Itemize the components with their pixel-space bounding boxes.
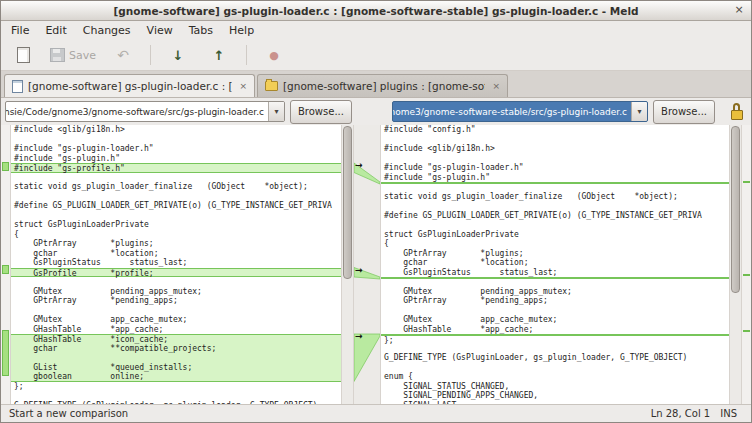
code-line: #include "gs-plugin-loader.h": [11, 144, 341, 154]
right-code-pane[interactable]: #include "config.h"#include <glib/gi18n.…: [381, 125, 729, 404]
code-line: [11, 135, 341, 145]
code-line: GsPluginStatus status_last;: [11, 258, 341, 268]
insert-mode-indicator: INS: [720, 408, 737, 419]
right-file-combobox[interactable]: hsie/Code/gnome3/gnome-software-stable/s…: [392, 101, 648, 122]
code-line: GHashTable *app_cache;: [381, 325, 729, 335]
code-line: [381, 277, 729, 287]
meld-window: [gnome-software] gs-plugin-loader.c : [g…: [0, 0, 752, 423]
chevron-down-icon[interactable]: ▾: [631, 102, 647, 121]
diffmap-mark[interactable]: [2, 265, 9, 274]
code-line: GHashTable *icon_cache;: [11, 334, 341, 344]
code-line: GsProfile *profile;: [11, 268, 341, 278]
right-scrollbar[interactable]: [729, 125, 741, 404]
save-label: Save: [69, 49, 96, 62]
arrow-up-icon: ↑: [214, 49, 225, 62]
left-diffmap[interactable]: [1, 125, 11, 404]
menubar: File Edit Changes View Tabs Help: [1, 21, 751, 40]
window-title: [gnome-software] gs-plugin-loader.c : [g…: [113, 5, 638, 17]
diffmap-mark[interactable]: [2, 162, 9, 171]
diffmap-mark[interactable]: [743, 181, 750, 183]
left-file-path: me/hughsie/Code/gnome3/gnome-software/sr…: [6, 107, 268, 117]
code-line: GMutex app_cache_mutex;: [11, 315, 341, 325]
diffmap-mark[interactable]: [2, 330, 9, 377]
previous-change-button[interactable]: ↑: [200, 43, 238, 67]
toolbar: Save ↶ ↓ ↑ ●: [1, 40, 751, 71]
code-line: [381, 306, 729, 316]
menu-help[interactable]: Help: [221, 22, 262, 39]
right-file-path: hsie/Code/gnome3/gnome-software-stable/s…: [393, 107, 631, 117]
left-browse-button[interactable]: Browse...: [290, 100, 352, 124]
tab-close-icon[interactable]: ×: [492, 81, 500, 91]
tab-close-icon[interactable]: ×: [239, 81, 247, 91]
tab-file-comparison[interactable]: [gnome-software] gs-plugin-loader.c : [g…: [4, 74, 255, 97]
code-line: G_DEFINE_TYPE (GsPluginLoader, gs_plugin…: [381, 353, 729, 363]
scrollbar-thumb[interactable]: [343, 126, 352, 279]
code-line: [381, 182, 729, 192]
code-line: [381, 220, 729, 230]
new-comparison-button[interactable]: [4, 43, 42, 67]
code-line: struct GsPluginLoaderPrivate: [11, 220, 341, 230]
menu-file[interactable]: File: [3, 22, 37, 39]
push-change-right-arrow[interactable]: →: [355, 332, 363, 341]
left-scrollbar[interactable]: [341, 125, 353, 404]
right-diffmap[interactable]: [741, 125, 751, 404]
tab-folder-comparison[interactable]: [gnome-software] plugins : [gnome-soft ×: [257, 74, 508, 97]
lock-icon[interactable]: [730, 103, 745, 120]
code-line: [381, 344, 729, 354]
cursor-position: Ln 28, Col 1: [651, 408, 711, 419]
code-line: enum {: [381, 372, 729, 382]
code-line: #include "gs-plugin-loader.h": [381, 163, 729, 173]
menu-tabs[interactable]: Tabs: [181, 22, 221, 39]
code-line: SIGNAL_PENDING_APPS_CHANGED,: [381, 391, 729, 401]
file-selector-bar: me/hughsie/Code/gnome3/gnome-software/sr…: [1, 98, 751, 125]
code-line: gchar *location;: [11, 249, 341, 259]
stop-button[interactable]: ●: [255, 43, 293, 67]
code-line: [11, 277, 341, 287]
save-button[interactable]: Save: [45, 43, 101, 67]
code-line: [11, 391, 341, 401]
tab-label: [gnome-software] gs-plugin-loader.c : [g: [28, 80, 232, 92]
menu-view[interactable]: View: [139, 22, 181, 39]
stop-icon: ●: [269, 50, 279, 61]
code-line: SIGNAL_LAST: [381, 401, 729, 405]
chevron-down-icon[interactable]: ▾: [268, 102, 284, 121]
arrow-down-icon: ↓: [173, 49, 184, 62]
code-line: };: [381, 334, 729, 344]
code-line: #include "config.h": [381, 125, 729, 135]
push-change-right-arrow[interactable]: →: [355, 161, 363, 170]
code-line: static void gs_plugin_loader_finalize (G…: [381, 192, 729, 202]
code-line: {: [381, 239, 729, 249]
diffmap-mark[interactable]: [743, 330, 750, 332]
code-line: GsPluginStatus status_last;: [381, 268, 729, 278]
code-line: G_DEFINE_TYPE (GsPluginLoader, gs_plugin…: [11, 401, 341, 405]
code-line: [381, 135, 729, 145]
code-line: GMutex pending_apps_mutex;: [381, 287, 729, 297]
code-line: GList *queued_installs;: [11, 363, 341, 373]
code-line: [11, 173, 341, 183]
code-line: #include <glib/gi18n.h>: [381, 144, 729, 154]
tab-label: [gnome-software] plugins : [gnome-soft: [283, 80, 485, 92]
window-close-icon[interactable]: ×: [732, 3, 746, 17]
diff-area: #include <glib/gi18n.h>#include "gs-plug…: [1, 125, 751, 404]
menu-changes[interactable]: Changes: [75, 22, 139, 39]
code-line: [11, 192, 341, 202]
right-browse-button[interactable]: Browse...: [653, 100, 715, 124]
next-change-button[interactable]: ↓: [159, 43, 197, 67]
undo-button[interactable]: ↶: [104, 43, 142, 67]
folder-diff-icon: [265, 81, 278, 91]
left-code-pane[interactable]: #include <glib/gi18n.h>#include "gs-plug…: [11, 125, 341, 404]
titlebar[interactable]: [gnome-software] gs-plugin-loader.c : [g…: [1, 1, 751, 21]
code-line: [11, 306, 341, 316]
code-line: [11, 211, 341, 221]
diffmap-mark[interactable]: [743, 274, 750, 276]
menu-edit[interactable]: Edit: [37, 22, 74, 39]
code-line: static void gs_plugin_loader_finalize (G…: [11, 182, 341, 192]
code-line: GPtrArray *plugins;: [11, 239, 341, 249]
code-line: struct GsPluginLoaderPrivate: [381, 230, 729, 240]
code-line: #include <glib/gi18n.h>: [11, 125, 341, 135]
left-file-combobox[interactable]: me/hughsie/Code/gnome3/gnome-software/sr…: [5, 101, 285, 122]
push-change-right-arrow[interactable]: →: [355, 266, 363, 275]
scrollbar-thumb[interactable]: [731, 126, 740, 293]
undo-icon: ↶: [117, 48, 129, 62]
code-line: #define GS_PLUGIN_LOADER_GET_PRIVATE(o) …: [381, 211, 729, 221]
